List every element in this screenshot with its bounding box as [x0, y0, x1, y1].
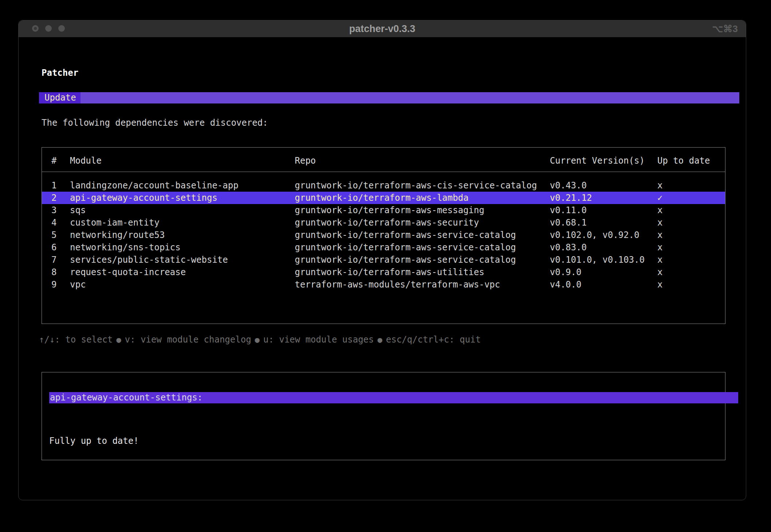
row-module: services/public-static-website [70, 254, 295, 266]
bullet-separator: ● [377, 335, 382, 344]
row-uptodate-flag: x [657, 254, 725, 266]
row-version: v0.68.1 [550, 216, 657, 229]
row-version: v4.0.0 [550, 278, 657, 291]
window-titlebar: patcher-v0.3.3 ⌥⌘3 [19, 20, 746, 37]
row-uptodate-flag: x [657, 241, 725, 254]
table-row[interactable]: 8 request-quota-increase gruntwork-io/te… [42, 266, 725, 278]
row-version: v0.21.12 [550, 192, 657, 204]
col-num: # [51, 156, 70, 172]
table-row[interactable]: 6 networking/sns-topics gruntwork-io/ter… [42, 241, 725, 254]
row-num: 5 [51, 229, 70, 241]
row-repo: gruntwork-io/terraform-aws-service-catal… [295, 229, 550, 241]
row-module: api-gateway-account-settings [70, 192, 295, 204]
table-header: # Module Repo Current Version(s) Up to d… [42, 148, 725, 172]
row-repo: gruntwork-io/terraform-aws-messaging [295, 204, 550, 216]
table-row[interactable]: 5 networking/route53 gruntwork-io/terraf… [42, 229, 725, 241]
table-row[interactable]: 4 custom-iam-entity gruntwork-io/terrafo… [42, 216, 725, 229]
table-row[interactable]: 1 landingzone/account-baseline-app grunt… [42, 179, 725, 192]
row-version: v0.101.0, v0.103.0 [550, 254, 657, 266]
row-module: custom-iam-entity [70, 216, 295, 229]
row-module: vpc [70, 278, 295, 291]
tab-bar: Update [39, 92, 739, 103]
row-version: v0.83.0 [550, 241, 657, 254]
row-module: request-quota-increase [70, 266, 295, 278]
row-module: sqs [70, 204, 295, 216]
row-uptodate-flag: x [657, 216, 725, 229]
table-row[interactable]: 3 sqs gruntwork-io/terraform-aws-messagi… [42, 204, 725, 216]
row-uptodate-flag: x [657, 278, 725, 291]
table-row[interactable]: 7 services/public-static-website gruntwo… [42, 254, 725, 266]
row-uptodate-flag: x [657, 179, 725, 192]
row-num: 4 [51, 216, 70, 229]
row-repo: terraform-aws-modules/terraform-aws-vpc [295, 278, 550, 291]
row-uptodate-flag: x [657, 204, 725, 216]
row-uptodate-flag: ✓ [657, 192, 725, 204]
row-uptodate-flag: x [657, 266, 725, 278]
row-repo: gruntwork-io/terraform-aws-service-catal… [295, 241, 550, 254]
screen: patcher-v0.3.3 ⌥⌘3 Patcher Update The fo… [0, 0, 771, 532]
row-repo: gruntwork-io/terraform-aws-security [295, 216, 550, 229]
module-detail-title: api-gateway-account-settings: [49, 392, 738, 403]
table-row[interactable]: 9 vpc terraform-aws-modules/terraform-aw… [42, 278, 725, 291]
help-usages: u: view module usages [263, 335, 374, 345]
row-version: v0.102.0, v0.92.0 [550, 229, 657, 241]
help-select: ↑/↓: to select [39, 335, 113, 345]
row-repo: gruntwork-io/terraform-aws-lambda [295, 192, 550, 204]
page-title: Patcher [42, 68, 78, 78]
tab-update[interactable]: Update [39, 92, 81, 103]
row-version: v0.11.0 [550, 204, 657, 216]
row-version: v0.43.0 [550, 179, 657, 192]
help-quit: esc/q/ctrl+c: quit [386, 335, 481, 345]
col-version: Current Version(s) [550, 156, 657, 172]
module-detail-message: Fully up to date! [49, 436, 139, 446]
row-module: networking/route53 [70, 229, 295, 241]
bullet-separator: ● [116, 335, 121, 344]
table-row[interactable]: 2 api-gateway-account-settings gruntwork… [42, 192, 725, 204]
row-num: 2 [51, 192, 70, 204]
window-title: patcher-v0.3.3 [19, 20, 746, 37]
module-detail-panel [42, 372, 725, 460]
window-shortcut-badge: ⌥⌘3 [712, 20, 738, 37]
row-num: 6 [51, 241, 70, 254]
table-body: 1 landingzone/account-baseline-app grunt… [42, 179, 725, 291]
dependencies-table: # Module Repo Current Version(s) Up to d… [42, 147, 725, 324]
bullet-separator: ● [255, 335, 259, 344]
row-version: v0.9.0 [550, 266, 657, 278]
row-num: 1 [51, 179, 70, 192]
row-num: 3 [51, 204, 70, 216]
row-num: 7 [51, 254, 70, 266]
terminal-window: patcher-v0.3.3 ⌥⌘3 Patcher Update The fo… [18, 20, 746, 500]
row-num: 9 [51, 278, 70, 291]
row-module: landingzone/account-baseline-app [70, 179, 295, 192]
col-uptodate: Up to date [657, 156, 725, 172]
help-bar: ↑/↓: to select●v: view module changelog●… [39, 335, 481, 345]
row-repo: gruntwork-io/terraform-aws-service-catal… [295, 254, 550, 266]
col-repo: Repo [295, 156, 550, 172]
row-module: networking/sns-topics [70, 241, 295, 254]
row-repo: gruntwork-io/terraform-aws-utilities [295, 266, 550, 278]
row-num: 8 [51, 266, 70, 278]
row-repo: gruntwork-io/terraform-aws-cis-service-c… [295, 179, 550, 192]
help-changelog: v: view module changelog [125, 335, 251, 345]
col-module: Module [70, 156, 295, 172]
row-uptodate-flag: x [657, 229, 725, 241]
intro-text: The following dependencies were discover… [42, 118, 268, 128]
